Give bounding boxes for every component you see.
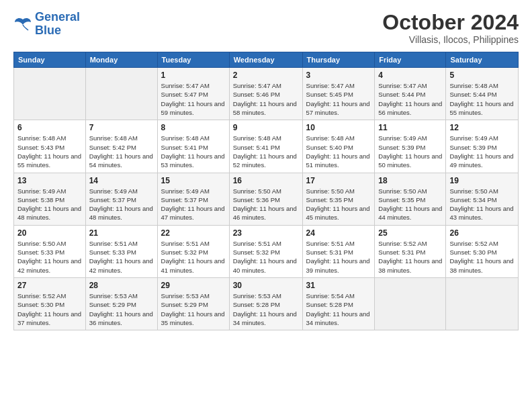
- logo-text: General Blue: [35, 11, 80, 38]
- day-info: Sunrise: 5:48 AM Sunset: 5:41 PM Dayligh…: [161, 134, 226, 169]
- day-number: 16: [233, 176, 299, 185]
- table-row: 11Sunrise: 5:49 AM Sunset: 5:39 PM Dayli…: [375, 120, 446, 173]
- day-number: 19: [449, 176, 515, 185]
- table-row: [14, 68, 86, 120]
- day-number: 15: [161, 176, 226, 185]
- day-info: Sunrise: 5:51 AM Sunset: 5:32 PM Dayligh…: [161, 239, 226, 275]
- col-thursday: Thursday: [302, 52, 375, 68]
- day-info: Sunrise: 5:49 AM Sunset: 5:39 PM Dayligh…: [378, 134, 442, 169]
- table-row: 4Sunrise: 5:47 AM Sunset: 5:44 PM Daylig…: [375, 68, 446, 120]
- day-number: 22: [161, 228, 226, 238]
- table-row: 8Sunrise: 5:48 AM Sunset: 5:41 PM Daylig…: [157, 120, 229, 173]
- day-info: Sunrise: 5:50 AM Sunset: 5:35 PM Dayligh…: [306, 187, 371, 222]
- logo-bird-icon: [13, 17, 32, 32]
- col-saturday: Saturday: [446, 52, 519, 68]
- title-block: October 2024 Villasis, Ilocos, Philippin…: [382, 11, 519, 45]
- day-info: Sunrise: 5:47 AM Sunset: 5:46 PM Dayligh…: [233, 81, 299, 117]
- day-info: Sunrise: 5:49 AM Sunset: 5:38 PM Dayligh…: [17, 187, 82, 222]
- day-number: 17: [306, 176, 371, 185]
- calendar-header-row: Sunday Monday Tuesday Wednesday Thursday…: [14, 52, 519, 68]
- table-row: 27Sunrise: 5:52 AM Sunset: 5:30 PM Dayli…: [14, 277, 86, 330]
- table-row: 10Sunrise: 5:48 AM Sunset: 5:40 PM Dayli…: [302, 120, 375, 173]
- day-number: 25: [378, 228, 442, 238]
- table-row: 23Sunrise: 5:51 AM Sunset: 5:32 PM Dayli…: [229, 225, 302, 277]
- table-row: 19Sunrise: 5:50 AM Sunset: 5:34 PM Dayli…: [446, 173, 519, 225]
- day-info: Sunrise: 5:51 AM Sunset: 5:32 PM Dayligh…: [233, 239, 299, 275]
- table-row: 9Sunrise: 5:48 AM Sunset: 5:41 PM Daylig…: [229, 120, 302, 173]
- day-number: 23: [233, 228, 299, 238]
- day-number: 11: [378, 123, 442, 132]
- table-row: 15Sunrise: 5:49 AM Sunset: 5:37 PM Dayli…: [157, 173, 229, 225]
- day-info: Sunrise: 5:51 AM Sunset: 5:33 PM Dayligh…: [89, 239, 154, 275]
- day-number: 8: [161, 123, 226, 132]
- day-number: 28: [89, 281, 154, 290]
- day-number: 20: [17, 228, 82, 238]
- table-row: 3Sunrise: 5:47 AM Sunset: 5:45 PM Daylig…: [302, 68, 375, 120]
- table-row: [375, 277, 446, 330]
- day-info: Sunrise: 5:49 AM Sunset: 5:39 PM Dayligh…: [449, 134, 515, 169]
- day-info: Sunrise: 5:47 AM Sunset: 5:44 PM Dayligh…: [378, 81, 442, 117]
- day-number: 9: [233, 123, 299, 132]
- day-number: 13: [17, 176, 82, 185]
- day-number: 12: [449, 123, 515, 132]
- day-number: 1: [161, 71, 226, 80]
- table-row: 5Sunrise: 5:48 AM Sunset: 5:44 PM Daylig…: [446, 68, 519, 120]
- table-row: 17Sunrise: 5:50 AM Sunset: 5:35 PM Dayli…: [302, 173, 375, 225]
- day-info: Sunrise: 5:52 AM Sunset: 5:30 PM Dayligh…: [17, 291, 82, 327]
- day-number: 27: [17, 281, 82, 290]
- day-info: Sunrise: 5:53 AM Sunset: 5:29 PM Dayligh…: [161, 291, 226, 327]
- day-info: Sunrise: 5:47 AM Sunset: 5:45 PM Dayligh…: [306, 81, 371, 117]
- page: General Blue October 2024 Villasis, Iloc…: [0, 0, 532, 411]
- day-number: 4: [378, 71, 442, 80]
- logo: General Blue: [13, 11, 80, 38]
- day-number: 14: [89, 176, 154, 185]
- day-number: 6: [17, 123, 82, 132]
- table-row: 30Sunrise: 5:53 AM Sunset: 5:28 PM Dayli…: [229, 277, 302, 330]
- day-info: Sunrise: 5:50 AM Sunset: 5:36 PM Dayligh…: [233, 187, 299, 222]
- month-title: October 2024: [382, 11, 519, 34]
- day-info: Sunrise: 5:48 AM Sunset: 5:43 PM Dayligh…: [17, 134, 82, 169]
- table-row: 29Sunrise: 5:53 AM Sunset: 5:29 PM Dayli…: [157, 277, 229, 330]
- table-row: 2Sunrise: 5:47 AM Sunset: 5:46 PM Daylig…: [229, 68, 302, 120]
- table-row: 1Sunrise: 5:47 AM Sunset: 5:47 PM Daylig…: [157, 68, 229, 120]
- table-row: 24Sunrise: 5:51 AM Sunset: 5:31 PM Dayli…: [302, 225, 375, 277]
- table-row: 25Sunrise: 5:52 AM Sunset: 5:31 PM Dayli…: [375, 225, 446, 277]
- day-info: Sunrise: 5:50 AM Sunset: 5:34 PM Dayligh…: [449, 187, 515, 222]
- day-number: 18: [378, 176, 442, 185]
- day-info: Sunrise: 5:54 AM Sunset: 5:28 PM Dayligh…: [306, 291, 371, 327]
- table-row: 22Sunrise: 5:51 AM Sunset: 5:32 PM Dayli…: [157, 225, 229, 277]
- day-number: 7: [89, 123, 154, 132]
- day-number: 26: [449, 228, 515, 238]
- day-number: 3: [306, 71, 371, 80]
- table-row: 18Sunrise: 5:50 AM Sunset: 5:35 PM Dayli…: [375, 173, 446, 225]
- table-row: 14Sunrise: 5:49 AM Sunset: 5:37 PM Dayli…: [85, 173, 157, 225]
- table-row: 26Sunrise: 5:52 AM Sunset: 5:30 PM Dayli…: [446, 225, 519, 277]
- calendar-week-1: 1Sunrise: 5:47 AM Sunset: 5:47 PM Daylig…: [14, 68, 519, 120]
- day-number: 5: [449, 71, 515, 80]
- day-info: Sunrise: 5:48 AM Sunset: 5:44 PM Dayligh…: [449, 81, 515, 117]
- day-info: Sunrise: 5:48 AM Sunset: 5:41 PM Dayligh…: [233, 134, 299, 169]
- calendar-table: Sunday Monday Tuesday Wednesday Thursday…: [13, 52, 519, 330]
- table-row: 31Sunrise: 5:54 AM Sunset: 5:28 PM Dayli…: [302, 277, 375, 330]
- day-info: Sunrise: 5:50 AM Sunset: 5:33 PM Dayligh…: [17, 239, 82, 275]
- day-info: Sunrise: 5:48 AM Sunset: 5:40 PM Dayligh…: [306, 134, 371, 169]
- calendar-week-2: 6Sunrise: 5:48 AM Sunset: 5:43 PM Daylig…: [14, 120, 519, 173]
- day-info: Sunrise: 5:48 AM Sunset: 5:42 PM Dayligh…: [89, 134, 154, 169]
- table-row: 7Sunrise: 5:48 AM Sunset: 5:42 PM Daylig…: [85, 120, 157, 173]
- day-info: Sunrise: 5:51 AM Sunset: 5:31 PM Dayligh…: [306, 239, 371, 275]
- col-wednesday: Wednesday: [229, 52, 302, 68]
- table-row: 6Sunrise: 5:48 AM Sunset: 5:43 PM Daylig…: [14, 120, 86, 173]
- table-row: 12Sunrise: 5:49 AM Sunset: 5:39 PM Dayli…: [446, 120, 519, 173]
- col-sunday: Sunday: [14, 52, 86, 68]
- day-info: Sunrise: 5:52 AM Sunset: 5:30 PM Dayligh…: [449, 239, 515, 275]
- day-info: Sunrise: 5:53 AM Sunset: 5:28 PM Dayligh…: [233, 291, 299, 327]
- calendar-week-3: 13Sunrise: 5:49 AM Sunset: 5:38 PM Dayli…: [14, 173, 519, 225]
- table-row: 21Sunrise: 5:51 AM Sunset: 5:33 PM Dayli…: [85, 225, 157, 277]
- day-info: Sunrise: 5:49 AM Sunset: 5:37 PM Dayligh…: [89, 187, 154, 222]
- calendar-week-4: 20Sunrise: 5:50 AM Sunset: 5:33 PM Dayli…: [14, 225, 519, 277]
- day-info: Sunrise: 5:49 AM Sunset: 5:37 PM Dayligh…: [161, 187, 226, 222]
- table-row: 20Sunrise: 5:50 AM Sunset: 5:33 PM Dayli…: [14, 225, 86, 277]
- day-number: 30: [233, 281, 299, 290]
- day-number: 31: [306, 281, 371, 290]
- day-number: 10: [306, 123, 371, 132]
